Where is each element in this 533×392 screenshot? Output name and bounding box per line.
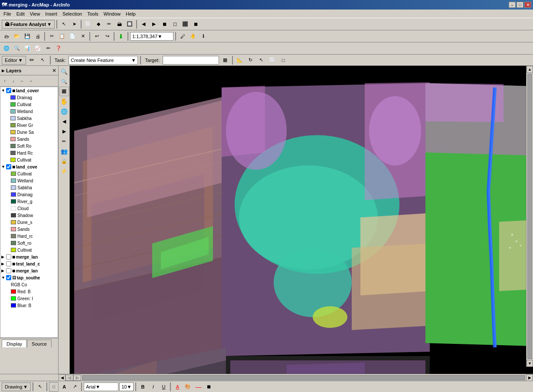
menu-view[interactable]: View [27,10,43,17]
toc-item-dunesa-1[interactable]: Dune Sa [0,129,58,136]
toc-item-wetland-2[interactable]: Wetland [0,177,58,184]
scroll-thumb[interactable] [527,74,532,359]
toc-item-hardrc-2[interactable]: Hard_rc [0,233,58,240]
lightning-tool[interactable]: ⚡ [59,166,69,176]
pointer-tool[interactable]: ↖ [38,55,48,65]
select-tool[interactable]: ↖ [257,55,266,65]
draw-tool[interactable]: ✏ [59,136,69,146]
undo-button[interactable]: ↩ [92,32,101,41]
rect-select-tool[interactable]: ⬜ [268,55,277,65]
fa-btn-full[interactable]: ⬛ [180,19,190,29]
maximize-button[interactable]: □ [517,2,523,8]
menu-insert[interactable]: Insert [43,10,60,17]
toc-item-red[interactable]: Red: B [0,288,58,295]
nav-button-2[interactable]: ▷ [73,375,81,381]
pencil-tool[interactable]: ✏ [27,55,37,65]
cut-button[interactable]: ✂ [47,32,56,41]
toc-item-cultivat-3[interactable]: Cultivat [0,170,58,177]
hscroll-thumb[interactable] [82,375,525,380]
map-vscroll[interactable]: ▲ ▼ [526,66,533,367]
toc-down-button[interactable]: ↓ [10,77,17,85]
pan-tool[interactable]: ✋ [59,97,69,106]
menu-tools[interactable]: Tools [85,10,101,17]
chart-button[interactable]: 📈 [33,44,43,53]
toc-item-wetland-1[interactable]: Wetland [0,108,58,115]
layer-checkbox[interactable] [6,261,11,266]
delete-button[interactable]: ✕ [78,32,88,41]
fa-btn-dot[interactable]: ◼ [191,19,200,29]
toc-item-drainag-2[interactable]: Drainag [0,191,58,198]
toc-item-cultivat-1[interactable]: Cultivat [0,101,58,108]
toc-item-cloud[interactable]: Cloud [0,205,58,212]
print-button[interactable]: 🖨 [33,32,43,41]
fa-btn-black[interactable]: ◼ [160,19,169,29]
scroll-up-arrow[interactable]: ▲ [526,66,533,73]
menu-selection[interactable]: Selection [60,10,85,17]
fa-btn-white[interactable]: ◻ [170,19,180,29]
toc-up-button[interactable]: ↑ [1,77,9,85]
layer-checkbox[interactable] [6,268,11,273]
toc-item-riverg-2[interactable]: River_g [0,198,58,205]
select-element-button[interactable]: ↖ [35,382,45,392]
close-button[interactable]: ✕ [524,2,531,8]
angle-tool[interactable]: 📐 [235,55,245,65]
layer-checkbox[interactable] [6,164,11,169]
toc-left-button[interactable]: ← [18,77,26,85]
font-dropdown[interactable]: Arial ▼ [84,382,118,391]
draw-button[interactable]: ✏ [43,44,53,53]
hscroll-left-arrow[interactable]: ◀ [59,374,65,381]
table-button[interactable]: 📊 [23,44,32,53]
source-tab[interactable]: Source [27,340,52,347]
toc-group-tapsouthe[interactable]: ▼ 🖼 tap_southe [0,274,58,281]
redo-button[interactable]: ↪ [102,32,112,41]
toc-group-land-cover-1[interactable]: ▼ ◼ land_cover [0,87,58,94]
minimize-button[interactable]: – [509,2,516,8]
bold-button[interactable]: B [138,382,147,392]
italic-button[interactable]: I [148,382,158,392]
toc-item-green[interactable]: Green: I [0,295,58,302]
target-select-button[interactable]: ▦ [220,55,230,65]
task-dropdown[interactable]: Create New Feature ▼ [69,56,138,65]
nav-button-1[interactable]: ◁ [65,375,73,381]
layer-checkbox[interactable] [6,88,11,93]
toc-item-sands-1[interactable]: Sands [0,136,58,143]
toc-item-sands-2[interactable]: Sands [0,226,58,233]
fa-btn-diamond[interactable]: ◆ [94,19,103,29]
drawing-dropdown[interactable]: Drawing ▼ [2,382,31,391]
save-button[interactable]: 💾 [23,32,32,41]
copy-button[interactable]: 📋 [57,32,67,41]
full-extent-tool[interactable]: ⬛ [59,87,69,96]
map-canvas[interactable]: ▲ ▼ [70,66,533,374]
fill-color-button[interactable]: 🎨 [183,382,193,392]
toc-right-button[interactable]: → [27,77,35,85]
editor-dropdown-button[interactable]: Editor ▼ [2,56,26,65]
scale-dropdown[interactable]: 1:1,378,347 ▼ [130,32,173,41]
text-color-button[interactable]: A [173,382,182,392]
layer-checkbox[interactable] [6,275,11,280]
forward-tool[interactable]: ▶ [59,126,69,136]
hscroll-right-arrow[interactable]: ▶ [526,374,533,381]
line-color-button[interactable]: — [193,382,203,392]
toc-item-rivergr-1[interactable]: River Gr [0,122,58,129]
target-field[interactable] [163,56,219,65]
toc-item-cultivat-2[interactable]: Cultivat [0,156,58,163]
text-arrow-button[interactable]: ↗ [70,382,79,392]
zoom-in-tool[interactable]: 🔍 [59,67,69,76]
globe-tool[interactable]: 🌐 [59,107,69,116]
edit-tool-button[interactable]: 🖊 [178,32,187,41]
toc-group-land-cover-2[interactable]: ▼ ◼ land_cove [0,163,58,170]
lock-tool[interactable]: 🔒 [59,156,69,166]
fa-btn-next[interactable]: ▶ [149,19,159,29]
new-button[interactable]: 🗁 [2,32,11,41]
toc-item-dunes[interactable]: Dune_s [0,219,58,226]
fill-solid-button[interactable]: ◼ [204,382,213,392]
help-button[interactable]: ℹ [199,32,208,41]
zoom-button[interactable]: 🔍 [12,44,22,53]
rect-draw-button[interactable]: □ [49,382,59,392]
add-data-button[interactable]: ⬇ [116,32,126,41]
fa-btn-mountain[interactable]: 🏔 [114,19,124,29]
fa-btn-arrow[interactable]: ➤ [69,19,79,29]
toc-item-softro-2[interactable]: Soft_ro [0,240,58,246]
paste-button[interactable]: 📄 [68,32,77,41]
globe-button[interactable]: 🌐 [2,44,11,53]
